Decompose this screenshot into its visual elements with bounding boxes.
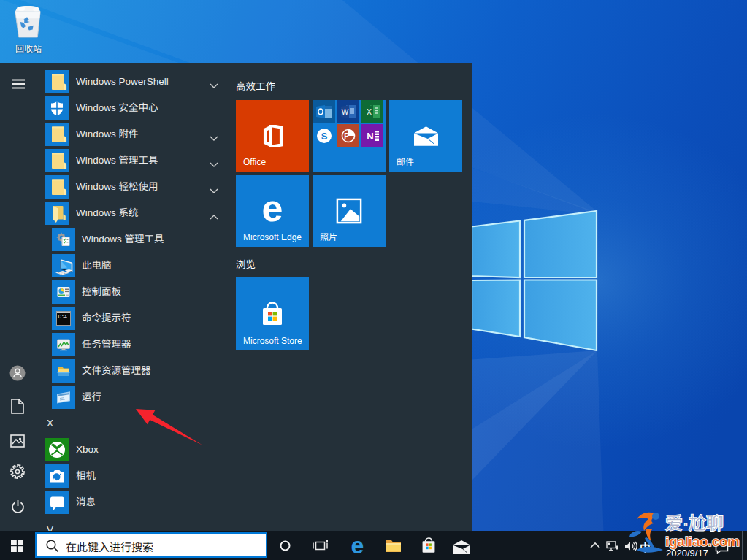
svg-text:P: P bbox=[344, 132, 349, 140]
svg-text:e: e bbox=[262, 195, 283, 227]
svg-text:C:\: C:\ bbox=[58, 314, 68, 320]
svg-text:X: X bbox=[367, 108, 372, 116]
svg-text:W: W bbox=[341, 108, 348, 116]
svg-text:igaliao.com: igaliao.com bbox=[665, 534, 740, 549]
svg-text:爱·尬聊: 爱·尬聊 bbox=[665, 513, 724, 533]
svg-text:N: N bbox=[367, 131, 373, 142]
svg-text:S: S bbox=[321, 131, 327, 142]
